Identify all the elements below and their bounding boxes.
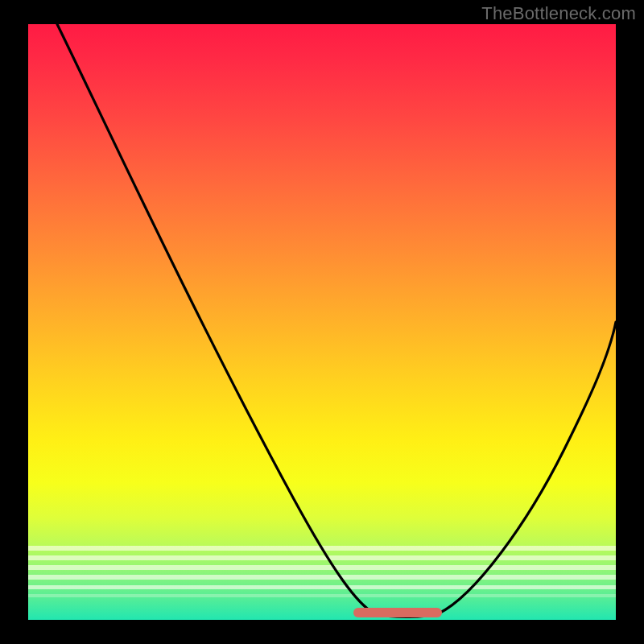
plot-area xyxy=(28,24,616,620)
watermark-text: TheBottleneck.com xyxy=(481,3,636,24)
bottleneck-curve xyxy=(28,24,616,620)
chart-frame: TheBottleneck.com xyxy=(0,0,644,644)
optimal-range-marker xyxy=(353,608,442,617)
